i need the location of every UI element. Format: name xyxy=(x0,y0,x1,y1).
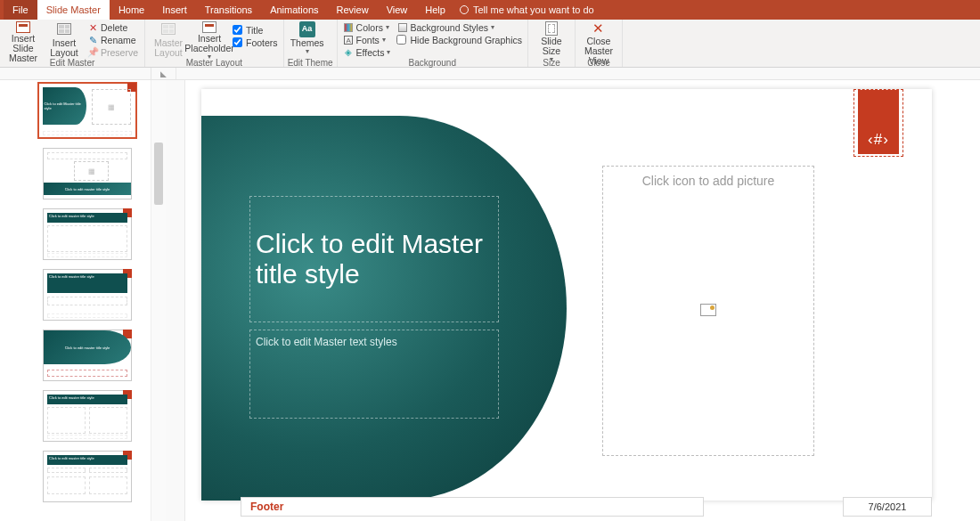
layout-icon xyxy=(56,21,72,37)
close-master-view-button[interactable]: ✕ Close Master View xyxy=(579,20,618,58)
background-styles-button[interactable]: Background Styles xyxy=(395,21,523,33)
bg-styles-icon xyxy=(397,22,407,32)
tell-me-search[interactable]: Tell me what you want to do xyxy=(460,4,594,15)
thumbnail-layout[interactable]: ▦ Click to edit master title style xyxy=(43,148,132,199)
thumbnail-layout[interactable]: Click to edit master title style xyxy=(43,208,132,260)
ribbon: Insert Slide Master Insert Layout ✕Delet… xyxy=(0,20,980,68)
colors-button[interactable]: Colors xyxy=(341,21,394,33)
scrollbar-thumb[interactable] xyxy=(154,142,163,205)
slide-master-stage[interactable]: ‹#› Click to edit Master title style Cli… xyxy=(201,89,932,501)
slide-size-button[interactable]: Slide Size xyxy=(532,20,571,58)
thumbnail-scrollbar[interactable] xyxy=(151,80,166,521)
hide-bg-checkbox[interactable]: Hide Background Graphics xyxy=(395,34,523,45)
title-text: Click to edit Master title style xyxy=(250,229,498,290)
picture-hint: Click icon to add picture xyxy=(642,174,775,188)
slide-number-value: ‹#› xyxy=(858,90,899,154)
vertical-ruler xyxy=(166,80,185,521)
tab-transitions[interactable]: Transitions xyxy=(196,0,261,20)
themes-icon: Aa xyxy=(299,21,315,37)
text-placeholder[interactable]: Click to edit Master text styles xyxy=(249,330,499,419)
group-size: Slide Size Size xyxy=(528,20,576,67)
delete-icon: ✕ xyxy=(88,22,98,32)
slide-canvas-area: ‹#› Click to edit Master title style Cli… xyxy=(166,80,980,521)
thumbnail-layout[interactable]: Click to edit master title style xyxy=(43,451,132,502)
slide-master-icon xyxy=(15,21,31,33)
group-label: Close xyxy=(579,58,618,69)
group-edit-master: Insert Slide Master Insert Layout ✕Delet… xyxy=(0,20,145,67)
lightbulb-icon xyxy=(460,5,469,14)
tab-slide-master[interactable]: Slide Master xyxy=(37,0,110,20)
insert-picture-icon[interactable] xyxy=(700,304,716,316)
tell-me-label: Tell me what you want to do xyxy=(473,4,594,15)
placeholder-icon xyxy=(201,21,217,33)
group-edit-theme: Aa Themes Edit Theme xyxy=(284,20,338,67)
thumbnail-panel: Click to edit Master title style ▦ ▦ Cli… xyxy=(23,80,151,521)
tab-insert[interactable]: Insert xyxy=(153,0,196,20)
slide-size-icon xyxy=(543,21,559,36)
group-close: ✕ Close Master View Close xyxy=(576,20,623,67)
tab-animations[interactable]: Animations xyxy=(261,0,327,20)
text-placeholder-text: Click to edit Master text styles xyxy=(256,336,397,348)
group-background: Colors AFonts ◈Effects Background Styles… xyxy=(338,20,528,67)
fonts-button[interactable]: AFonts xyxy=(341,34,394,45)
group-master-layout: Master Layout Insert Placeholder Title F… xyxy=(145,20,284,67)
picture-icon: ▦ xyxy=(74,161,109,181)
tab-view[interactable]: View xyxy=(378,0,417,20)
picture-placeholder[interactable]: Click icon to add picture xyxy=(602,166,814,456)
group-label: Background xyxy=(341,58,524,69)
delete-button[interactable]: ✕Delete xyxy=(86,21,141,33)
colors-icon xyxy=(344,22,354,32)
thumbnail-layout[interactable]: Click to edit master title style xyxy=(43,390,132,442)
thumbnail-layout[interactable]: Click to edit master title style xyxy=(43,330,132,381)
master-layout-button[interactable]: Master Layout xyxy=(149,20,188,58)
rename-button[interactable]: ✎Rename xyxy=(86,34,141,45)
preserve-icon: 📌 xyxy=(88,47,98,57)
tab-help[interactable]: Help xyxy=(416,0,454,20)
fonts-icon: A xyxy=(344,35,354,45)
title-placeholder[interactable]: Click to edit Master title style xyxy=(249,196,499,322)
title-checkbox[interactable]: Title xyxy=(231,24,280,36)
slide-number-placeholder[interactable]: ‹#› xyxy=(853,89,903,157)
effects-button[interactable]: ◈Effects xyxy=(341,46,394,58)
rename-icon: ✎ xyxy=(88,35,98,45)
thumbnail-layout[interactable]: Click to edit master title style xyxy=(43,269,132,321)
effects-icon: ◈ xyxy=(344,47,354,57)
date-placeholder[interactable]: 7/6/2021 xyxy=(843,497,932,517)
horizontal-ruler: ◣ xyxy=(0,68,980,80)
preserve-button[interactable]: 📌Preserve xyxy=(86,46,141,58)
tab-file[interactable]: File xyxy=(4,0,37,20)
group-label: Edit Theme xyxy=(288,58,333,69)
insert-layout-button[interactable]: Insert Layout xyxy=(45,20,84,58)
ribbon-tabs: File Slide Master Home Insert Transition… xyxy=(0,0,980,20)
close-icon: ✕ xyxy=(591,21,607,36)
thumbnail-master[interactable]: Click to edit Master title style ▦ xyxy=(37,82,137,139)
master-layout-icon xyxy=(160,21,176,37)
insert-placeholder-button[interactable]: Insert Placeholder xyxy=(190,20,229,58)
footer-placeholder[interactable]: Footer xyxy=(241,497,704,517)
picture-icon: ▦ xyxy=(92,89,130,125)
tab-review[interactable]: Review xyxy=(328,0,378,20)
themes-button[interactable]: Aa Themes xyxy=(288,20,327,58)
tab-home[interactable]: Home xyxy=(110,0,153,20)
outline-gutter xyxy=(0,80,23,521)
insert-slide-master-button[interactable]: Insert Slide Master xyxy=(4,20,43,58)
footers-checkbox[interactable]: Footers xyxy=(231,37,280,48)
group-label: Size xyxy=(532,58,571,69)
